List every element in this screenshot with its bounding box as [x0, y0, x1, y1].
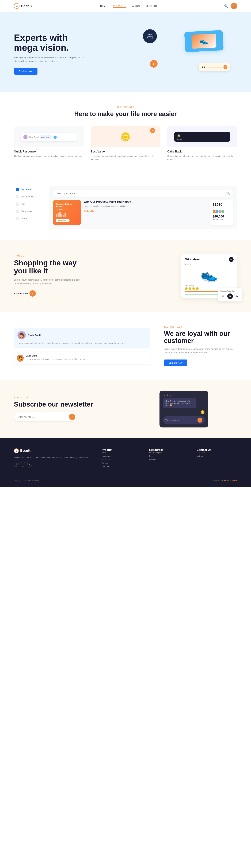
footer-link-upcoming[interactable]: Upcoming [102, 455, 142, 457]
testimonials-cta-button[interactable]: Explore Now [164, 360, 187, 366]
store-explore-button[interactable]: Explore Now [56, 219, 69, 222]
secondary-content: Carla Smith Lorem ipsum dolor sit amet, … [26, 354, 86, 361]
footer-bottom: Copyright © 2021 Persia agency. Created … [14, 476, 237, 482]
chart-bar-3 [59, 212, 61, 217]
chat-card: Hello There! How Can I... [21, 133, 77, 141]
brand-name: Besnik. [21, 4, 33, 8]
search-icon: 🔍 [226, 192, 230, 195]
footer-copyright: Copyright © 2021 Persia agency. [14, 479, 39, 482]
nike-title: Nike shoe [185, 257, 199, 261]
explore-text: Explore Now [14, 292, 28, 295]
store-search-input[interactable] [56, 192, 224, 195]
footer-product-col: Product New Upcoming Man collection On s… [102, 448, 142, 469]
footer-link-on-sale[interactable]: On sale [102, 462, 142, 464]
footer-resources-title: Resources [149, 448, 190, 452]
store-main: 🔍 Customer Ratings ★★★★★ 120 review Expl… [49, 186, 237, 229]
best-service-section: BEST SERVICE Here to make your life more… [0, 92, 251, 175]
footer-logo: B [14, 448, 19, 453]
bar-fill-2 [185, 292, 214, 293]
blog-icon [16, 203, 19, 206]
testimonials-label: TESTIMONIALS [164, 326, 237, 328]
explore-arrow-button[interactable]: → [29, 290, 36, 297]
product-card-title: Customer Ratings [56, 203, 78, 205]
notification-plus[interactable]: + [223, 65, 227, 69]
nav-support[interactable]: SUPPORT [147, 5, 157, 7]
twitter-icon[interactable]: t [21, 462, 26, 467]
secondary-text: Lorem ipsum dolor sit amet, consectetur … [26, 358, 86, 361]
service-quick-response: Hello There! How Can I... Quick Response… [14, 126, 84, 161]
size-label: Choose Your Size [220, 290, 240, 292]
cart-button[interactable]: 🛒 [231, 3, 237, 9]
testimonials-right: TESTIMONIALS We are loyal with our custo… [164, 326, 237, 366]
chat-send-button[interactable]: → [197, 418, 202, 423]
footer-contact-title: Contact Us [197, 448, 237, 452]
dot-2[interactable] [187, 264, 188, 265]
testimonial-profile: 👩 Carla Smith [18, 331, 147, 339]
testimonial-text: Lorem ipsum dolor sit amet, consectetur … [18, 342, 147, 345]
others-icon [16, 217, 19, 220]
footer-link-blog[interactable]: Blog [149, 455, 190, 457]
testimonial-avatar: 👩 [18, 331, 26, 339]
nav-about[interactable]: ABOUT [132, 5, 140, 7]
chat-bubble: How Can I... [39, 135, 52, 139]
sidebar-item-warehouse[interactable]: Warehouse [14, 208, 42, 215]
hero-cta-button[interactable]: Explore Now [14, 68, 37, 74]
product-stars: ★★★★★ [56, 206, 78, 208]
footer-link-instagram[interactable]: Instagram post [149, 452, 190, 454]
footer-link-mail[interactable]: Mail us [197, 455, 237, 457]
dot-3[interactable] [188, 264, 189, 265]
footer-contact-col: Contact Us Live Chat Mail us [197, 448, 237, 469]
cashback-icon: 🔒 [177, 134, 228, 137]
hero-badge: 100% Original Product [143, 29, 157, 43]
linkedin-icon[interactable]: in [27, 462, 32, 467]
newsletter-submit-button[interactable]: → [69, 414, 75, 420]
service-desc-value: Lorem ipsum dolor sit amet, consectetur … [91, 155, 160, 161]
footer-link-livechat[interactable]: Live Chat [197, 452, 237, 454]
footer-resources-col: Resources Instagram post Blog Live demo [149, 448, 190, 469]
sidebar-item-blog[interactable]: Blog [14, 200, 42, 208]
footer-product-title: Product [102, 448, 142, 452]
play-button[interactable]: ▶ [150, 60, 158, 68]
footer-link-live-demo-res[interactable]: Live demo [149, 459, 190, 461]
size-12[interactable]: 12 [227, 293, 233, 299]
chat-widget-input: Write message... → [163, 416, 205, 424]
dot-1[interactable] [185, 264, 186, 265]
newsletter-right: Hey There Hey, Thanks for Shoping. If yo… [131, 391, 237, 428]
nav-products[interactable]: PRODUCTS [113, 4, 126, 8]
service-section-label: BEST SERVICE [14, 106, 237, 108]
cashback-illustration: 🔒 Secure [167, 126, 237, 147]
service-desc-cashback: Quisem lpaular dolor sit amet, consectet… [167, 155, 237, 161]
secondary-avatar: 👩 [17, 354, 24, 362]
testimonials-section: 👩 Carla Smith Lorem ipsum dolor sit amet… [0, 312, 251, 380]
sidebar-item-others[interactable]: Others [14, 215, 42, 222]
testimonial-secondary: 👩 Carla Smith Lorem ipsum dolor sit amet… [14, 352, 150, 364]
sidebar-item-our-store[interactable]: Our Store [14, 186, 42, 193]
testimonials-description: Lorem ipsum dolor sit amet, consectetur … [164, 347, 237, 354]
dot-4[interactable] [190, 264, 191, 265]
footer-link-new[interactable]: New [102, 452, 142, 454]
footer-link-man-collection[interactable]: Man collection [102, 459, 142, 461]
review-count: 120 review [56, 209, 78, 210]
nike-card-header: Nike shoe + [185, 257, 233, 262]
newsletter-email-input[interactable] [18, 415, 69, 418]
emoji-1: 😊 [185, 287, 188, 290]
footer-link-live-demo[interactable]: Live Demo [102, 465, 142, 468]
brand-logo[interactable]: B Besnik. [14, 3, 33, 9]
logo-icon: B [14, 3, 20, 9]
nike-add-button[interactable]: + [229, 257, 233, 262]
search-button[interactable]: 🔍 [224, 4, 228, 8]
store-product-card: Customer Ratings ★★★★★ 120 review Explor… [53, 200, 81, 225]
size-14[interactable]: 14 [234, 293, 240, 299]
hero-shoe-card: 👟 [184, 30, 224, 52]
store-explore-link[interactable]: Explore Now [84, 210, 95, 212]
sidebar-item-social-media[interactable]: Social Media [14, 193, 42, 200]
facebook-icon[interactable]: f [14, 462, 19, 467]
nav-home[interactable]: HOME [100, 5, 107, 7]
avatar-4 [221, 210, 224, 213]
size-10[interactable]: 10 [220, 293, 226, 299]
badge-line3: Product [147, 37, 153, 39]
warehouse-icon [16, 210, 19, 213]
nav-links: HOME PRODUCTS ABOUT SUPPORT [100, 4, 157, 8]
stat-number: 31950 [213, 203, 230, 207]
chat-input-placeholder[interactable]: Write message... [165, 419, 196, 422]
